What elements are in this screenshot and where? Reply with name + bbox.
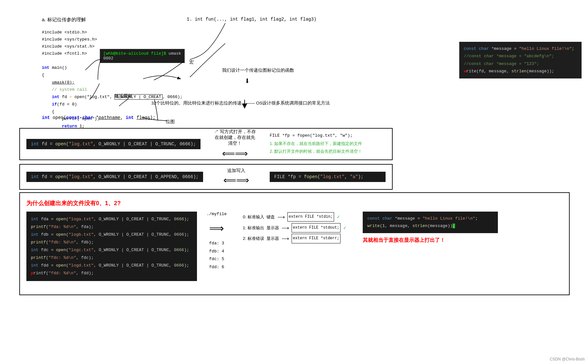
bottom-right-code: const char *message = "hello Linux file!… bbox=[363, 212, 498, 233]
code-main-7: { bbox=[42, 108, 182, 116]
open-proto: int open(const char *pathname, int flags… bbox=[42, 115, 155, 120]
right-code-3: //const char *message = "123"; bbox=[464, 60, 577, 68]
right-code-2: //const char *message = "abcdefg\n"; bbox=[464, 52, 577, 60]
middle-code-1: int fd = open("log.txt", O_WRONLY | O_CR… bbox=[26, 139, 201, 149]
bottom-note: 其就相当于直接在显示器上打出了！ bbox=[363, 236, 498, 244]
down-arrow-design: ⬇ bbox=[245, 76, 250, 86]
right-code-4: write(fd, message, strlen(message)); bbox=[464, 68, 577, 75]
watermark: CSDN @Chris-Bosh bbox=[550, 357, 585, 361]
myfile-output: ./myfile ⟹ fda: 3 fdb: 4 fdc: 5 fdd: 6 bbox=[207, 212, 227, 271]
right-code-1: const char *message = "hello Linux file!… bbox=[464, 45, 577, 52]
middle-fopen-1: FILE *fp = fopen("log.txt", "w"); 1. 如果不… bbox=[270, 133, 386, 155]
middle-box-1: int fd = open("log.txt", O_WRONLY | O_CR… bbox=[19, 128, 393, 160]
annotation-jiujin: 就近原则 bbox=[114, 93, 132, 99]
code-main-1: int main() bbox=[42, 64, 182, 72]
code-main-5: int fd = open("log.txt", O_WRONLY | O_CR… bbox=[42, 94, 182, 101]
middle-code-2: int fd = open("log.txt", O_WRONLY | O_CR… bbox=[26, 172, 203, 182]
bottom-code-block: int fda = open("loga.txt", O_WRONLY | O_… bbox=[26, 212, 197, 281]
code-main-2: { bbox=[42, 72, 182, 79]
include-2: #include <sys/types.h> bbox=[42, 36, 97, 43]
include-4: #include <fcntl.h> bbox=[42, 50, 97, 57]
code-main-4: // system call bbox=[42, 86, 182, 94]
annotation-design: 我们设计一个传递位图标记位的函数 bbox=[222, 68, 294, 73]
output-block: fda: 3 fdb: 4 fdc: 5 fdd: 6 bbox=[209, 240, 224, 271]
middle-desc-2: 追加写入 ⟸⟹ bbox=[216, 168, 257, 186]
fun-signature: 1. int fun(..., int flag1, int flag2, in… bbox=[187, 17, 316, 22]
right-code-block-top: const char *message = "hello Linux file!… bbox=[459, 42, 582, 78]
annotation-weitu: 位图 bbox=[166, 119, 175, 125]
middle-box-2: int fd = open("log.txt", O_WRONLY | O_CR… bbox=[19, 164, 393, 190]
page-container: a. 标记位传参的理解 1. int fun(..., int flag1, i… bbox=[0, 0, 588, 364]
code-main-3: umask(0); bbox=[42, 79, 182, 86]
middle-desc-1: ↗ 写方式打开，不存在就创建，存在就先清空！ ⟸⟹ bbox=[213, 129, 257, 159]
terminal-line-2: 0002 bbox=[103, 56, 181, 61]
io-table: 0: 标准输入 键盘 ⟶ extern FILE *stdin; ✓ 1: 标准… bbox=[243, 212, 347, 244]
annotation-32bit: 32个比特位的。用比特位来进行标志位的传递。—— OS设计很多系统调用接口的常见… bbox=[151, 100, 330, 106]
bottom-section: 为什么创建出来的文件没有0、1、2? int fda = open("loga.… bbox=[19, 192, 570, 295]
include-3: #include <sys/stat.h> bbox=[42, 43, 97, 50]
terminal-block: [whb@bite-alicloud file]$ umask 0002 bbox=[100, 49, 185, 63]
includes-block: #include <stdio.h> #include <sys/types.h… bbox=[42, 29, 97, 57]
middle-fopen-2: FILE *fp = fopen("log.txt", "a"); bbox=[270, 172, 386, 182]
myfile-label: ./myfile bbox=[207, 212, 227, 216]
bottom-right-area: const char *message = "hello Linux file!… bbox=[363, 212, 498, 244]
section-label-a: a. 标记位传参的理解 bbox=[42, 17, 86, 23]
terminal-line-1: [whb@bite-alicloud file]$ umask bbox=[103, 51, 181, 56]
right-arrow: ⟹ bbox=[209, 222, 224, 235]
bottom-title: 为什么创建出来的文件没有0、1、2? bbox=[26, 199, 563, 207]
include-1: #include <stdio.h> bbox=[42, 29, 97, 36]
annotation-hong: 宏 bbox=[189, 59, 194, 65]
